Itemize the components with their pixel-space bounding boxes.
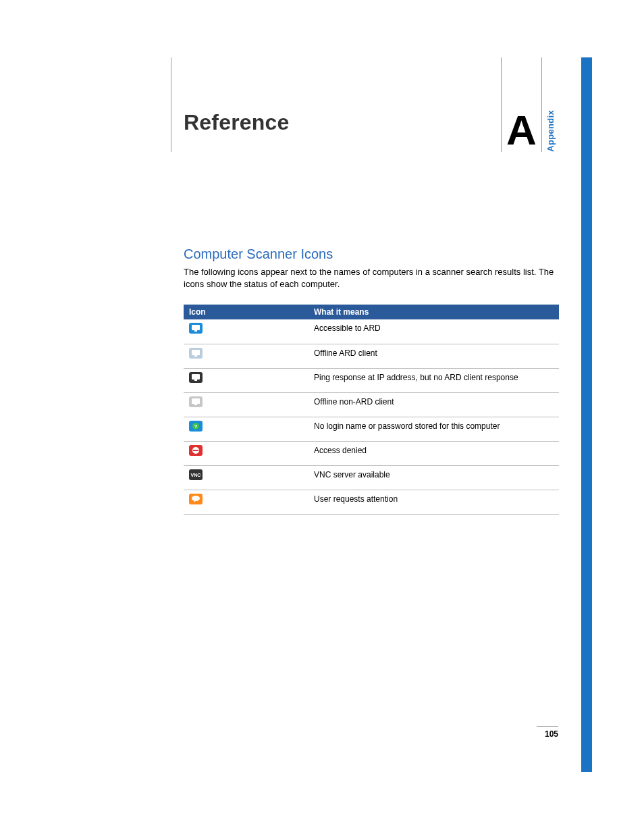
- svg-rect-4: [192, 350, 200, 355]
- vnc-available-icon: VNC: [184, 465, 308, 490]
- svg-point-21: [192, 496, 200, 501]
- appendix-letter-column: A: [501, 57, 541, 152]
- ping-no-ard-icon: [184, 368, 308, 392]
- icon-meaning: VNC server available: [308, 465, 559, 490]
- appendix-label: Appendix: [545, 106, 556, 152]
- table-row: Access denied: [184, 441, 559, 465]
- table-row: Offline non-ARD client: [184, 392, 559, 417]
- svg-rect-1: [192, 325, 200, 330]
- icon-meaning: Access denied: [308, 441, 559, 465]
- icon-meaning: Offline ARD client: [308, 344, 559, 368]
- chapter-header: Reference A Appendix: [171, 57, 559, 152]
- table-row: Accessible to ARD: [184, 319, 559, 344]
- icon-meaning: Ping response at IP address, but no ARD …: [308, 368, 559, 392]
- ard-offline-icon: [184, 344, 308, 368]
- no-credentials-icon: ?: [184, 417, 308, 441]
- svg-rect-11: [194, 404, 197, 405]
- icon-meaning: Offline non-ARD client: [308, 392, 559, 417]
- svg-rect-8: [194, 380, 197, 381]
- table-row: VNCVNC server available: [184, 465, 559, 490]
- icon-meaning: Accessible to ARD: [308, 319, 559, 344]
- table-row: User requests attention: [184, 490, 559, 514]
- svg-rect-10: [192, 398, 200, 404]
- offline-non-ard-icon: [184, 392, 308, 417]
- section-heading: Computer Scanner Icons: [184, 246, 559, 262]
- scanner-icons-table: Icon What it means Accessible to ARDOffl…: [184, 305, 559, 515]
- page: Reference A Appendix Computer Scanner Ic…: [171, 57, 559, 515]
- svg-rect-5: [194, 355, 197, 357]
- title-column: Reference: [171, 57, 501, 152]
- page-title: Reference: [184, 110, 290, 135]
- svg-rect-7: [192, 374, 200, 380]
- svg-text:VNC: VNC: [191, 473, 201, 477]
- svg-rect-17: [193, 450, 198, 451]
- table-header-icon: Icon: [184, 305, 308, 319]
- ard-accessible-icon: [184, 319, 308, 344]
- table-row: ?No login name or password stored for th…: [184, 417, 559, 441]
- table-header-meaning: What it means: [308, 305, 559, 319]
- access-denied-icon: [184, 441, 308, 465]
- table-row: Offline ARD client: [184, 344, 559, 368]
- appendix-letter: A: [506, 111, 537, 152]
- svg-rect-2: [194, 330, 197, 332]
- thumb-index-bar: [581, 57, 592, 772]
- page-number: 105: [537, 726, 558, 739]
- section-intro: The following icons appear next to the n…: [184, 266, 559, 290]
- icon-meaning: User requests attention: [308, 490, 559, 514]
- table-row: Ping response at IP address, but no ARD …: [184, 368, 559, 392]
- attention-icon: [184, 490, 308, 514]
- appendix-label-column: Appendix: [541, 57, 559, 152]
- svg-text:?: ?: [194, 423, 198, 429]
- section-computer-scanner-icons: Computer Scanner Icons The following ico…: [184, 246, 559, 515]
- icon-meaning: No login name or password stored for thi…: [308, 417, 559, 441]
